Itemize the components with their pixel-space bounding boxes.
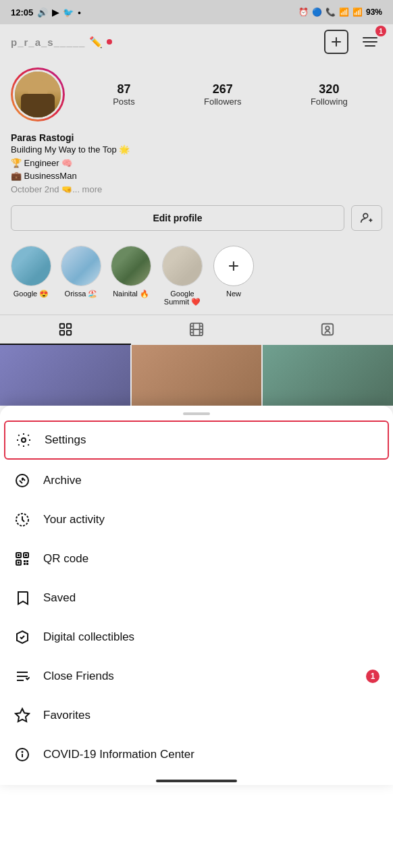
- header-icons: 1: [324, 30, 382, 54]
- svg-rect-26: [26, 560, 28, 562]
- activity-icon: [14, 511, 31, 528]
- highlight-google[interactable]: Google 😍: [11, 246, 51, 306]
- collectibles-icon: [14, 628, 31, 646]
- svg-rect-23: [24, 560, 26, 562]
- posts-stat[interactable]: 87 Posts: [113, 82, 135, 107]
- menu-badge: 1: [375, 26, 386, 36]
- close-friends-icon: [14, 668, 31, 685]
- archive-icon: [14, 472, 31, 489]
- menu-item-your-activity[interactable]: Your activity: [0, 500, 393, 539]
- svg-point-2: [363, 213, 368, 218]
- home-bar: [0, 774, 393, 785]
- photo-cell-1[interactable]: [0, 345, 130, 406]
- archive-label: Archive: [43, 474, 379, 487]
- story-highlights: Google 😍 Orissa 🏖️ Nainital 🔥 Google Sum…: [0, 240, 393, 315]
- plus-icon: [330, 36, 342, 48]
- menu-item-qr-code[interactable]: QR code: [0, 539, 393, 578]
- sheet-handle: [183, 412, 210, 415]
- menu-item-favorites[interactable]: Favorites: [0, 696, 393, 735]
- menu-item-covid[interactable]: COVID-19 Information Center: [0, 735, 393, 774]
- svg-point-12: [22, 438, 26, 442]
- avatar[interactable]: [11, 67, 65, 121]
- svg-rect-21: [18, 562, 20, 564]
- following-stat[interactable]: 320 Following: [311, 82, 348, 107]
- menu-bar-mid: [363, 41, 377, 43]
- highlight-new[interactable]: + New: [213, 246, 254, 306]
- menu-item-close-friends[interactable]: Close Friends 1: [0, 657, 393, 696]
- favorites-icon: [14, 707, 31, 724]
- collectibles-label: Digital collectibles: [43, 630, 379, 644]
- menu-bar-bot: [365, 45, 375, 47]
- menu-button[interactable]: 1: [358, 30, 382, 54]
- close-friends-label: Close Friends: [43, 670, 354, 683]
- tagged-icon: [320, 322, 335, 337]
- add-person-button[interactable]: [351, 205, 382, 231]
- favorites-label: Favorites: [43, 709, 379, 722]
- close-friends-badge: 1: [366, 670, 379, 683]
- covid-icon: [14, 746, 31, 763]
- qr-icon: [14, 550, 31, 568]
- bio-text: Building My Way to the Top 🌟 🏆 Engineer …: [11, 143, 382, 196]
- settings-icon: [15, 431, 32, 449]
- svg-rect-8: [67, 331, 71, 335]
- menu-bar-top: [363, 37, 377, 38]
- photo-grid: [0, 345, 393, 406]
- svg-rect-20: [25, 554, 27, 556]
- svg-rect-7: [60, 331, 64, 335]
- bottom-sheet: Settings Archive Your activity: [0, 406, 393, 785]
- sheet-handle-wrap: [0, 406, 393, 419]
- profile-section: 87 Posts 267 Followers 320 Following: [0, 59, 393, 130]
- activity-label: Your activity: [43, 513, 379, 526]
- tab-reels[interactable]: [131, 315, 262, 345]
- grid-icon: [58, 322, 73, 337]
- app-header: p_r_a_s_____ ✏️ 1: [0, 24, 393, 59]
- highlight-summit[interactable]: Google Summit ❤️: [161, 246, 204, 306]
- svg-rect-6: [67, 324, 71, 328]
- saved-label: Saved: [43, 591, 379, 605]
- bio-section: Paras Rastogi Building My Way to the Top…: [0, 130, 393, 205]
- svg-rect-5: [60, 324, 64, 328]
- svg-rect-24: [26, 563, 28, 565]
- profile-actions: Edit profile: [0, 205, 393, 240]
- qr-label: QR code: [43, 552, 379, 566]
- svg-rect-25: [24, 563, 26, 565]
- profile-tab-bar: [0, 315, 393, 345]
- add-post-button[interactable]: [324, 30, 348, 54]
- profile-stats: 87 Posts 267 Followers 320 Following: [78, 82, 382, 107]
- followers-stat[interactable]: 267 Followers: [204, 82, 242, 107]
- username-display: p_r_a_s_____ ✏️: [11, 36, 112, 49]
- profile-name: Paras Rastogi: [11, 132, 382, 143]
- highlight-nainital[interactable]: Nainital 🔥: [111, 246, 151, 306]
- status-right: ⏰ 🔵 📞 📶 📶 93%: [298, 7, 382, 17]
- settings-label: Settings: [45, 433, 378, 447]
- menu-item-settings[interactable]: Settings: [4, 421, 389, 460]
- notification-dot: [107, 39, 112, 45]
- svg-point-11: [325, 326, 330, 330]
- svg-rect-19: [18, 554, 20, 556]
- menu-item-archive[interactable]: Archive: [0, 461, 393, 500]
- photo-cell-3[interactable]: [263, 345, 393, 406]
- menu-item-saved[interactable]: Saved: [0, 578, 393, 618]
- svg-marker-31: [16, 709, 29, 722]
- covid-label: COVID-19 Information Center: [43, 748, 379, 761]
- menu-item-digital-collectibles[interactable]: Digital collectibles: [0, 618, 393, 657]
- status-bar: 12:05 🔊 ▶ 🐦 • ⏰ 🔵 📞 📶 📶 93%: [0, 0, 393, 24]
- add-person-icon: [360, 211, 373, 225]
- reels-icon: [189, 322, 204, 337]
- status-time: 12:05 🔊 ▶ 🐦 •: [11, 7, 81, 18]
- tab-tagged[interactable]: [262, 315, 393, 345]
- photo-cell-2[interactable]: [132, 345, 262, 406]
- tab-grid[interactable]: [0, 315, 131, 345]
- edit-profile-button[interactable]: Edit profile: [11, 205, 344, 231]
- saved-icon: [14, 589, 31, 607]
- highlight-orissa[interactable]: Orissa 🏖️: [61, 246, 101, 306]
